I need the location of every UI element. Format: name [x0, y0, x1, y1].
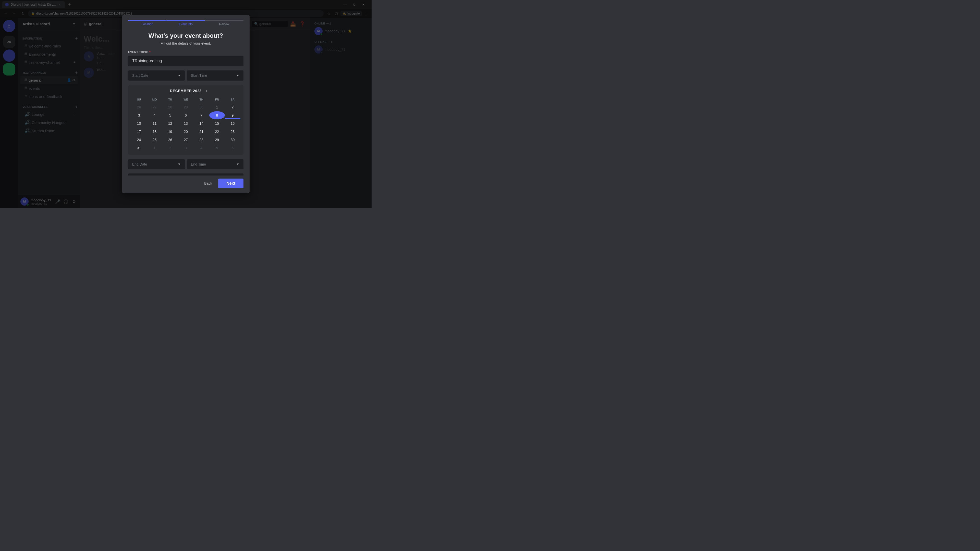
calendar-day[interactable]: 17 [131, 127, 147, 136]
calendar-day[interactable]: 24 [131, 136, 147, 144]
calendar-day[interactable]: 28 [162, 103, 178, 111]
progress-label-review: Review [219, 22, 229, 26]
start-date-placeholder: Start Date [132, 73, 148, 78]
dow-sa: SA [225, 97, 240, 102]
calendar-day[interactable]: 5 [162, 111, 178, 119]
event-modal: Location Event Info Review What's your e… [122, 15, 250, 193]
dow-tu: TU [162, 97, 178, 102]
calendar-day[interactable]: 29 [209, 136, 225, 144]
modal-subtitle: Fill out the details of your event. [128, 41, 243, 45]
calendar-day[interactable]: 10 [131, 119, 147, 127]
start-time-select[interactable]: Start Time ▼ [187, 70, 243, 81]
calendar-day[interactable]: 23 [225, 127, 240, 136]
modal-footer: Back Next [122, 176, 250, 193]
end-time-placeholder: End Time [191, 162, 206, 166]
calendar-day[interactable]: 1 [209, 103, 225, 111]
dow-th: TH [194, 97, 209, 102]
calendar-day[interactable]: 4 [194, 144, 209, 152]
required-star: * [149, 51, 151, 54]
dow-we: WE [178, 97, 193, 102]
dow-su: SU [131, 97, 147, 102]
calendar-day[interactable]: 26 [162, 136, 178, 144]
progress-step-location: Location [128, 20, 167, 26]
calendar-day[interactable]: 21 [194, 127, 209, 136]
end-time-select[interactable]: End Time ▼ [187, 159, 243, 169]
calendar-day-today[interactable]: 9 [225, 111, 240, 119]
progress-bar-event-info [167, 20, 205, 21]
calendar-day[interactable]: 28 [194, 136, 209, 144]
progress-step-event-info: Event Info [167, 20, 205, 26]
modal-title: What's your event about? [128, 32, 243, 39]
start-date-select[interactable]: Start Date ▼ [128, 70, 185, 81]
description-textarea[interactable] [128, 173, 243, 176]
calendar-container: ‹ DECEMBER 2023 › SU MO TU WE TH FR SA [128, 85, 243, 155]
calendar-day[interactable]: 12 [162, 119, 178, 127]
calendar-day[interactable]: 30 [194, 103, 209, 111]
calendar-day[interactable]: 2 [225, 103, 240, 111]
progress-label-event-info: Event Info [179, 22, 192, 26]
end-date-chevron-icon: ▼ [178, 162, 181, 166]
calendar-week-3: 10 11 12 13 14 15 16 [131, 119, 240, 127]
calendar-day[interactable]: 27 [147, 103, 162, 111]
calendar-day[interactable]: 26 [131, 103, 147, 111]
calendar-day[interactable]: 31 [131, 144, 147, 152]
calendar-day[interactable]: 29 [178, 103, 193, 111]
calendar-day[interactable]: 4 [147, 111, 162, 119]
calendar-day[interactable]: 7 [194, 111, 209, 119]
calendar-day[interactable]: 1 [147, 144, 162, 152]
calendar-day[interactable]: 19 [162, 127, 178, 136]
progress-bar-review [205, 20, 243, 21]
calendar-month-year: DECEMBER 2023 [170, 89, 202, 93]
modal-body: What's your event about? Fill out the de… [122, 26, 250, 176]
start-time-placeholder: Start Time [191, 73, 207, 78]
progress-step-review: Review [205, 20, 243, 26]
progress-bar-location [128, 20, 167, 21]
days-of-week-row: SU MO TU WE TH FR SA [131, 97, 240, 102]
dow-mo: MO [147, 97, 162, 102]
calendar-week-5: 24 25 26 27 28 29 30 [131, 136, 240, 144]
next-button[interactable]: Next [218, 179, 243, 188]
calendar-header: ‹ DECEMBER 2023 › [131, 88, 240, 94]
calendar-day[interactable]: 25 [147, 136, 162, 144]
calendar-day[interactable]: 16 [225, 119, 240, 127]
start-time-chevron-icon: ▼ [236, 74, 239, 77]
calendar-day[interactable]: 3 [131, 111, 147, 119]
calendar-day[interactable]: 22 [209, 127, 225, 136]
modal-progress: Location Event Info Review [122, 15, 250, 26]
dow-fr: FR [209, 97, 225, 102]
calendar-day[interactable]: 15 [209, 119, 225, 127]
modal-overlay: Location Event Info Review What's your e… [0, 0, 372, 208]
calendar-day[interactable]: 18 [147, 127, 162, 136]
calendar-day-selected[interactable]: 8 [209, 111, 225, 119]
calendar-day[interactable]: 30 [225, 136, 240, 144]
calendar-day[interactable]: 13 [178, 119, 193, 127]
end-date-placeholder: End Date [132, 162, 147, 166]
calendar-next-button[interactable]: › [204, 88, 210, 94]
calendar-day[interactable]: 5 [209, 144, 225, 152]
end-datetime-row: End Date ▼ End Time ▼ [128, 159, 243, 169]
start-date-chevron-icon: ▼ [178, 74, 181, 77]
back-button[interactable]: Back [200, 179, 216, 187]
start-datetime-row: Start Date ▼ Start Time ▼ [128, 70, 243, 81]
calendar-day[interactable]: 27 [178, 136, 193, 144]
calendar-week-4: 17 18 19 20 21 22 23 [131, 127, 240, 136]
calendar-week-1: 26 27 28 29 30 1 2 [131, 103, 240, 111]
calendar-day[interactable]: 2 [162, 144, 178, 152]
progress-label-location: Location [142, 22, 153, 26]
calendar-day[interactable]: 3 [178, 144, 193, 152]
calendar-day[interactable]: 20 [178, 127, 193, 136]
calendar-day[interactable]: 6 [178, 111, 193, 119]
event-topic-input[interactable] [128, 56, 243, 66]
calendar-week-6: 31 1 2 3 4 5 6 [131, 144, 240, 152]
calendar-day[interactable]: 11 [147, 119, 162, 127]
calendar-day[interactable]: 6 [225, 144, 240, 152]
calendar-week-2: 3 4 5 6 7 8 9 [131, 111, 240, 119]
event-topic-label: EVENT TOPIC * [128, 51, 243, 54]
calendar-grid: SU MO TU WE TH FR SA 26 27 28 29 30 [131, 97, 240, 152]
end-time-chevron-icon: ▼ [236, 162, 239, 166]
end-date-select[interactable]: End Date ▼ [128, 159, 185, 169]
calendar-day[interactable]: 14 [194, 119, 209, 127]
